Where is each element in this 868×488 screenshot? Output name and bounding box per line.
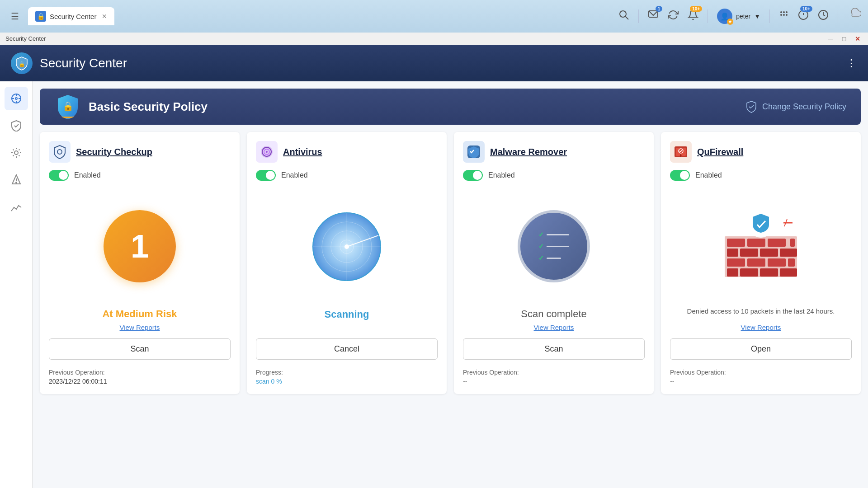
check-2: ✓ <box>538 243 544 250</box>
messages-badge: 1 <box>656 6 663 12</box>
check-3: ✓ <box>538 254 544 262</box>
tab-icon: 🔒 <box>35 11 46 22</box>
svg-rect-49 <box>780 249 797 257</box>
svg-point-15 <box>15 98 17 99</box>
firewall-denied-text: Denied access to 10 packets in the last … <box>670 306 852 317</box>
change-security-policy-button[interactable]: Change Security Policy <box>745 100 846 113</box>
security-checkup-visual: 1 <box>49 192 231 301</box>
antivirus-progress-value: scan 0 % <box>256 378 438 385</box>
card-header-security-checkup: Security Checkup <box>49 141 231 163</box>
security-checkup-toggle[interactable] <box>49 170 69 181</box>
user-star-icon: ★ <box>727 19 733 25</box>
qufirewall-card: QuFirewall Enabled <box>661 132 861 394</box>
window-chrome: Security Center ─ □ ✕ <box>0 33 868 45</box>
security-checkup-title[interactable]: Security Checkup <box>76 147 152 157</box>
card-header-firewall: QuFirewall <box>670 141 852 163</box>
malware-scan-button[interactable]: Scan <box>463 338 645 360</box>
minimize-button[interactable]: ─ <box>826 34 835 44</box>
qufirewall-title[interactable]: QuFirewall <box>697 147 743 157</box>
firewall-toggle[interactable] <box>670 170 690 181</box>
svg-rect-42 <box>727 239 745 247</box>
risk-number: 1 <box>131 228 149 265</box>
svg-point-7 <box>783 14 785 16</box>
sidebar-item-settings[interactable] <box>5 141 28 164</box>
antivirus-toggle[interactable] <box>256 170 276 181</box>
checklist-line-2: ✓ <box>538 243 569 250</box>
notifications-badge: 10+ <box>690 6 702 12</box>
antivirus-cancel-button[interactable]: Cancel <box>256 338 438 360</box>
antivirus-radar-svg <box>311 211 383 283</box>
svg-rect-45 <box>790 239 795 247</box>
firewall-illustration <box>720 209 802 282</box>
notifications-icon[interactable]: 10+ <box>688 9 698 23</box>
antivirus-icon <box>256 141 278 163</box>
malware-toggle[interactable] <box>463 170 483 181</box>
check-1: ✓ <box>538 231 544 238</box>
main-layout: 🔒 Basic Security Policy Change Security … <box>0 81 868 488</box>
divider-4 <box>838 9 838 23</box>
user-section[interactable]: 👤 ★ peter ▼ <box>717 9 760 24</box>
svg-rect-56 <box>760 268 778 277</box>
change-security-policy-label: Change Security Policy <box>762 102 846 112</box>
menu-icon[interactable]: ☰ <box>7 7 23 25</box>
bar-2 <box>547 246 569 247</box>
cloud-icon[interactable] <box>847 8 861 24</box>
security-checkup-scan-button[interactable]: Scan <box>49 338 231 360</box>
search-icon[interactable] <box>618 9 629 23</box>
svg-point-23 <box>16 182 17 183</box>
svg-rect-44 <box>768 239 786 247</box>
sync-icon[interactable] <box>668 9 679 23</box>
security-checkup-view-reports[interactable]: View Reports <box>49 324 231 331</box>
svg-point-29 <box>266 151 268 153</box>
malware-remover-title[interactable]: Malware Remover <box>490 147 567 157</box>
malware-toggle-label: Enabled <box>488 171 515 179</box>
divider-3 <box>769 9 770 23</box>
checklist-lines: ✓ ✓ ✓ <box>538 231 569 262</box>
window-title: Security Center <box>5 35 826 42</box>
app-more-icon[interactable]: ⋮ <box>846 57 857 69</box>
clock-icon[interactable] <box>818 9 829 23</box>
more-apps-icon[interactable] <box>779 10 789 23</box>
sidebar-item-dashboard[interactable] <box>5 87 28 110</box>
malware-status: Scan complete <box>463 308 645 320</box>
messages-icon[interactable]: 1 <box>648 9 659 23</box>
antivirus-card: Antivirus Enabled <box>247 132 447 394</box>
antivirus-progress-label: Progress: <box>256 369 438 376</box>
svg-rect-55 <box>740 268 758 277</box>
antivirus-status: Scanning <box>256 309 438 320</box>
svg-point-0 <box>620 11 626 17</box>
malware-view-reports[interactable]: View Reports <box>463 324 645 331</box>
firewall-view-reports[interactable]: View Reports <box>670 324 852 331</box>
info-badge: 10+ <box>800 6 812 12</box>
tab-close-button[interactable]: ✕ <box>102 13 107 20</box>
malware-prev-op-value: -- <box>463 378 645 385</box>
svg-rect-48 <box>760 249 778 257</box>
security-checkup-icon <box>49 141 71 163</box>
svg-point-20 <box>14 151 18 155</box>
malware-prev-op-label: Previous Operation: <box>463 369 645 376</box>
policy-title: Basic Security Policy <box>89 100 745 114</box>
info-icon[interactable]: 10+ <box>798 9 809 23</box>
sidebar-item-notifications[interactable] <box>5 168 28 192</box>
content-area: 🔒 Basic Security Policy Change Security … <box>33 81 868 488</box>
close-button[interactable]: ✕ <box>853 34 863 44</box>
malware-remover-card: Malware Remover Enabled ✓ <box>454 132 654 394</box>
sidebar-item-reports[interactable] <box>5 195 28 219</box>
svg-point-3 <box>780 11 782 13</box>
title-bar: ☰ 🔒 Security Center ✕ 1 10+ 👤 ★ peter ▼ <box>0 0 868 33</box>
svg-rect-46 <box>727 249 738 257</box>
svg-point-4 <box>783 11 785 13</box>
maximize-button[interactable]: □ <box>839 34 849 44</box>
antivirus-title[interactable]: Antivirus <box>283 147 322 157</box>
app-header-title: Security Center <box>40 56 127 70</box>
security-checkup-card: Security Checkup Enabled 1 At Medium Ris… <box>40 132 240 394</box>
sidebar <box>0 81 33 488</box>
app-header: 🔒 Security Center ⋮ <box>0 45 868 81</box>
malware-toggle-row: Enabled <box>463 170 645 181</box>
firewall-open-button[interactable]: Open <box>670 338 852 360</box>
tab-label: Security Center <box>50 13 96 20</box>
card-header-malware: Malware Remover <box>463 141 645 163</box>
tab-security-center[interactable]: 🔒 Security Center ✕ <box>28 7 114 25</box>
sidebar-item-security[interactable] <box>5 114 28 137</box>
cards-grid: Security Checkup Enabled 1 At Medium Ris… <box>33 125 868 401</box>
